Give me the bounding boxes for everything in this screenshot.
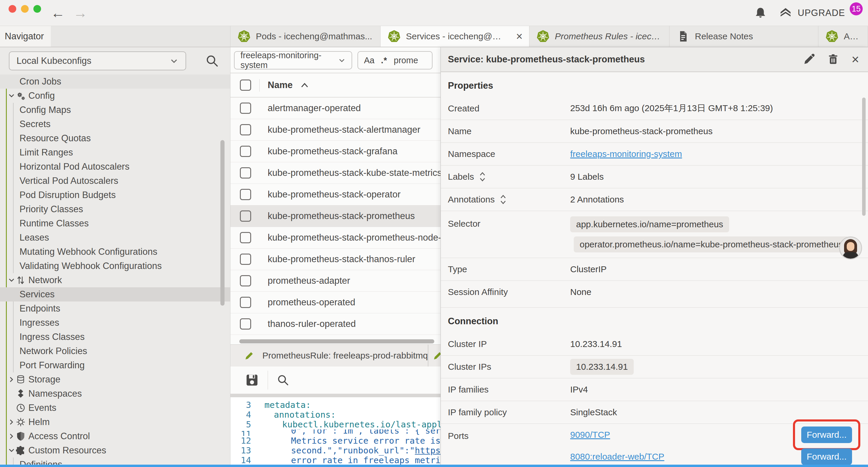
expand-collapse-icon[interactable] xyxy=(478,171,486,182)
tab-argo-se[interactable]: Argo Se xyxy=(818,26,868,47)
sidebar-item-endpoints[interactable]: Endpoints xyxy=(0,301,230,316)
row-checkbox[interactable] xyxy=(240,232,251,243)
window-minimize-button[interactable] xyxy=(21,5,29,13)
chevron-down-icon[interactable] xyxy=(8,92,16,99)
tab-release-notes[interactable]: Release Notes xyxy=(670,26,818,47)
notification-count-badge[interactable]: 15 xyxy=(850,2,863,16)
forward-button[interactable]: Forward... xyxy=(801,427,852,443)
list-row-alertmanager-operated[interactable]: alertmanager-operated xyxy=(230,97,440,119)
sidebar-item-port-forwarding[interactable]: Port Forwarding xyxy=(0,358,230,372)
sidebar-scrollbar[interactable] xyxy=(220,140,224,305)
column-header-name[interactable]: Name xyxy=(268,80,292,90)
tab-navigator[interactable]: Navigator xyxy=(0,26,51,47)
editor-tab-prometheusrule[interactable]: PrometheusRule: freeleaps-prod-rabbitmq xyxy=(230,345,428,367)
expand-collapse-icon[interactable] xyxy=(499,194,507,205)
sidebar-item-events[interactable]: Events xyxy=(0,401,230,415)
row-checkbox[interactable] xyxy=(240,189,251,200)
navigator-panel-header: Navigator xyxy=(0,26,230,47)
sidebar-item-validating-webhook-configurations[interactable]: Validating Webhook Configurations xyxy=(0,259,230,273)
row-checkbox[interactable] xyxy=(240,103,251,114)
kubeconfig-selector[interactable]: Local Kubeconfigs xyxy=(9,52,186,70)
search-icon[interactable] xyxy=(205,54,219,68)
sidebar-item-namespaces[interactable]: Namespaces xyxy=(0,387,230,401)
row-checkbox[interactable] xyxy=(240,275,251,286)
list-row-kube-prometheus-stack-thanos-ruler[interactable]: kube-prometheus-stack-thanos-ruler xyxy=(230,249,440,270)
match-case-toggle[interactable]: Aa xyxy=(364,56,374,65)
sidebar-item-limit-ranges[interactable]: Limit Ranges xyxy=(0,145,230,159)
detail-scrollbar[interactable] xyxy=(862,97,866,216)
sidebar-item-vertical-pod-autoscalers[interactable]: Vertical Pod Autoscalers xyxy=(0,174,230,188)
avatar[interactable] xyxy=(839,236,862,260)
regex-toggle[interactable]: .* xyxy=(381,56,387,65)
save-icon[interactable] xyxy=(245,373,259,387)
sidebar-item-storage[interactable]: Storage xyxy=(0,372,230,387)
row-checkbox[interactable] xyxy=(240,210,251,222)
forward-button[interactable]: Forward... xyxy=(801,448,852,465)
close-icon[interactable]: × xyxy=(851,54,859,65)
bell-icon[interactable] xyxy=(754,6,767,20)
window-maximize-button[interactable] xyxy=(33,5,41,13)
chevron-down-icon[interactable] xyxy=(8,447,16,454)
row-checkbox[interactable] xyxy=(240,318,251,329)
chevron-right-icon[interactable] xyxy=(8,376,16,383)
detail-value-link[interactable]: freeleaps-monitoring-system xyxy=(570,149,682,159)
upgrade-button[interactable]: UPGRADE xyxy=(779,0,845,26)
list-row-kube-prometheus-stack-prometheus-node-expor[interactable]: kube-prometheus-stack-prometheus-node-ex… xyxy=(230,227,440,249)
chevron-right-icon[interactable] xyxy=(8,418,16,426)
row-checkbox[interactable] xyxy=(240,297,251,308)
row-checkbox[interactable] xyxy=(240,146,251,157)
sidebar-item-config[interactable]: Config xyxy=(0,89,230,103)
sidebar-item-secrets[interactable]: Secrets xyxy=(0,117,230,131)
sidebar-item-ingress-classes[interactable]: Ingress Classes xyxy=(0,330,230,344)
delete-icon[interactable] xyxy=(827,54,839,65)
code-link[interactable]: https://net xyxy=(415,445,441,456)
window-close-button[interactable] xyxy=(8,5,16,13)
sidebar-item-resource-quotas[interactable]: Resource Quotas xyxy=(0,131,230,145)
yaml-editor[interactable]: 3metadata:4annotations:5kubectl.kubernet… xyxy=(230,397,441,467)
list-row-kube-prometheus-stack-grafana[interactable]: kube-prometheus-stack-grafana xyxy=(230,141,440,162)
sidebar-item-custom-resources[interactable]: Custom Resources xyxy=(0,443,230,458)
edit-icon[interactable] xyxy=(803,54,815,65)
sidebar-item-horizontal-pod-autoscalers[interactable]: Horizontal Pod Autoscalers xyxy=(0,159,230,174)
select-all-checkbox[interactable] xyxy=(240,80,251,91)
forward-icon[interactable]: → xyxy=(73,1,88,25)
row-checkbox[interactable] xyxy=(240,254,251,265)
tab-services-icecheng-math[interactable]: Services - icecheng@math...× xyxy=(380,26,529,47)
sidebar-item-runtime-classes[interactable]: Runtime Classes xyxy=(0,216,230,231)
sidebar-item-mutating-webhook-configurations[interactable]: Mutating Webhook Configurations xyxy=(0,245,230,259)
tab-prometheus-rules-icecheng[interactable]: Prometheus Rules - icecheng... xyxy=(529,26,670,47)
list-row-prometheus-adapter[interactable]: prometheus-adapter xyxy=(230,270,440,292)
sidebar-item-services[interactable]: Services xyxy=(0,287,230,301)
list-row-kube-prometheus-stack-prometheus[interactable]: kube-prometheus-stack-prometheus xyxy=(230,205,440,227)
sidebar-item-cron-jobs[interactable]: Cron Jobs xyxy=(0,75,230,89)
namespace-selector[interactable]: freeleaps-monitoring-system xyxy=(234,51,352,69)
list-row-kube-prometheus-stack-operator[interactable]: kube-prometheus-stack-operator xyxy=(230,184,440,205)
port-link[interactable]: 9090/TCP xyxy=(570,430,610,440)
chevron-down-icon[interactable] xyxy=(8,276,16,284)
list-row-kube-prometheus-stack-kube-state-metrics[interactable]: kube-prometheus-stack-kube-state-metrics xyxy=(230,162,440,184)
sort-ascending-icon[interactable] xyxy=(300,82,309,88)
horizontal-scrollbar[interactable] xyxy=(239,339,434,344)
back-icon[interactable]: ← xyxy=(51,1,65,25)
search-icon[interactable] xyxy=(276,373,290,387)
sidebar-item-network-policies[interactable]: Network Policies xyxy=(0,344,230,358)
port-link[interactable]: 8080:reloader-web/TCP xyxy=(570,451,664,462)
sidebar-item-leases[interactable]: Leases xyxy=(0,231,230,245)
sidebar-item-network[interactable]: Network xyxy=(0,273,230,287)
list-row-kube-prometheus-stack-alertmanager[interactable]: kube-prometheus-stack-alertmanager xyxy=(230,119,440,141)
close-icon[interactable]: × xyxy=(516,30,523,43)
sidebar-item-pod-disruption-budgets[interactable]: Pod Disruption Budgets xyxy=(0,188,230,202)
sidebar-item-access-control[interactable]: Access Control xyxy=(0,429,230,443)
sidebar-item-helm[interactable]: Helm xyxy=(0,415,230,429)
sidebar-item-priority-classes[interactable]: Priority Classes xyxy=(0,202,230,216)
chevron-right-icon[interactable] xyxy=(8,432,16,440)
sidebar-item-ingresses[interactable]: Ingresses xyxy=(0,316,230,330)
list-row-thanos-ruler-operated[interactable]: thanos-ruler-operated xyxy=(230,313,440,335)
row-checkbox[interactable] xyxy=(240,124,251,135)
editor-tab-partial[interactable] xyxy=(428,345,441,367)
filter-input[interactable]: Aa .* prome xyxy=(358,51,433,69)
sidebar-item-config-maps[interactable]: Config Maps xyxy=(0,103,230,117)
row-checkbox[interactable] xyxy=(240,167,251,178)
list-row-prometheus-operated[interactable]: prometheus-operated xyxy=(230,292,440,313)
tab-pods-icecheng-mathmas[interactable]: Pods - icecheng@mathmas... xyxy=(230,26,380,47)
